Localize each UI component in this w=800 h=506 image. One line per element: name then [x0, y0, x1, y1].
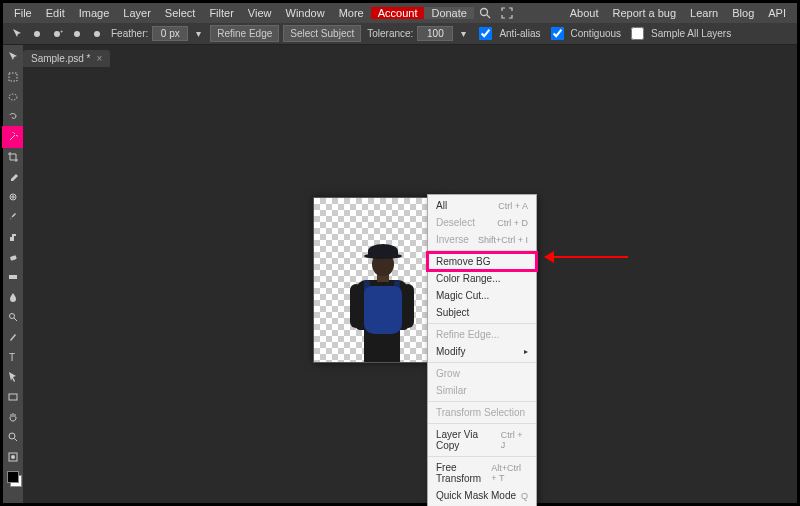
wand-icon[interactable] [29, 26, 45, 42]
tool-quick-mask[interactable] [4, 448, 22, 466]
menu-item-label: All [436, 200, 447, 211]
svg-rect-10 [10, 255, 17, 261]
wand-intersect-icon[interactable] [89, 26, 105, 42]
tolerance-label: Tolerance: [367, 28, 413, 39]
tab-close-icon[interactable]: × [96, 53, 102, 64]
sample-all-label: Sample All Layers [651, 28, 731, 39]
menu-separator [428, 456, 536, 457]
ctx-quick-mask-mode[interactable]: Quick Mask ModeQ [428, 487, 536, 504]
ctx-subject[interactable]: Subject [428, 304, 536, 321]
ctx-layer-via-copy[interactable]: Layer Via CopyCtrl + J [428, 426, 536, 454]
antialias-checkbox[interactable] [479, 27, 492, 40]
contiguous-checkbox[interactable] [551, 27, 564, 40]
tool-move[interactable] [4, 48, 22, 66]
svg-line-13 [14, 318, 17, 321]
ctx-modify[interactable]: Modify▸ [428, 343, 536, 360]
menu-separator [428, 423, 536, 424]
svg-rect-7 [9, 73, 17, 81]
select-subject-button[interactable]: Select Subject [283, 25, 361, 42]
tool-spot-heal[interactable] [4, 188, 22, 206]
tool-hand[interactable] [4, 408, 22, 426]
tool-brush[interactable] [4, 208, 22, 226]
feather-label: Feather: [111, 28, 148, 39]
ctx-similar: Similar [428, 382, 536, 399]
search-icon[interactable] [477, 5, 493, 21]
tool-eraser[interactable] [4, 248, 22, 266]
tool-clone[interactable] [4, 228, 22, 246]
menu-item-label: Quick Mask Mode [436, 490, 516, 501]
menu-select[interactable]: Select [158, 7, 203, 19]
tolerance-input[interactable]: 100 [417, 26, 453, 41]
svg-point-0 [480, 9, 487, 16]
menu-filter[interactable]: Filter [202, 7, 240, 19]
menu-learn[interactable]: Learn [683, 7, 725, 19]
wand-plus-icon[interactable]: + [49, 26, 65, 42]
menu-item-label: Free Transform [436, 462, 491, 484]
fullscreen-icon[interactable] [499, 5, 515, 21]
document-tab-bar: Sample.psd * × [3, 45, 797, 67]
menu-item-label: Magic Cut... [436, 290, 489, 301]
tool-text[interactable]: T [4, 348, 22, 366]
wand-minus-icon[interactable] [69, 26, 85, 42]
menu-edit[interactable]: Edit [39, 7, 72, 19]
svg-point-16 [9, 433, 15, 439]
feather-input[interactable]: 0 px [152, 26, 188, 41]
ctx-deselect: DeselectCtrl + D [428, 214, 536, 231]
contiguous-label: Contiguous [571, 28, 622, 39]
dropdown-icon[interactable]: ▾ [190, 26, 206, 42]
menu-item-label: Refine Edge... [436, 329, 499, 340]
svg-point-12 [10, 314, 15, 319]
ctx-remove-bg[interactable]: Remove BG [428, 253, 536, 270]
svg-point-8 [9, 94, 17, 100]
menu-separator [428, 362, 536, 363]
tool-eyedropper[interactable] [4, 168, 22, 186]
menu-account[interactable]: Account [371, 7, 425, 19]
svg-line-17 [15, 439, 18, 442]
tool-pen[interactable] [4, 328, 22, 346]
menu-blog[interactable]: Blog [725, 7, 761, 19]
refine-edge-button[interactable]: Refine Edge [210, 25, 279, 42]
ctx-all[interactable]: AllCtrl + A [428, 197, 536, 214]
menu-item-label: Deselect [436, 217, 475, 228]
tool-path-select[interactable] [4, 368, 22, 386]
dropdown-icon[interactable]: ▾ [455, 26, 471, 42]
tool-ellipse-select[interactable] [4, 88, 22, 106]
menu-more[interactable]: More [332, 7, 371, 19]
menu-layer[interactable]: Layer [116, 7, 158, 19]
menu-donate[interactable]: Donate [424, 7, 473, 19]
tool-zoom[interactable] [4, 428, 22, 446]
svg-point-19 [11, 455, 15, 459]
menu-shortcut: Ctrl + J [501, 430, 528, 450]
sample-all-checkbox[interactable] [631, 27, 644, 40]
tool-magic-wand[interactable] [4, 128, 22, 146]
tool-rect-select[interactable] [4, 68, 22, 86]
ctx-free-transform[interactable]: Free TransformAlt+Ctrl + T [428, 459, 536, 487]
menu-bar: File Edit Image Layer Select Filter View… [3, 3, 797, 23]
foreground-color-swatch[interactable] [7, 471, 19, 483]
options-bar: + Feather: 0 px ▾ Refine Edge Select Sub… [3, 23, 797, 45]
menu-item-label: Remove BG [436, 256, 490, 267]
tool-gradient[interactable] [4, 268, 22, 286]
tool-crop[interactable] [4, 148, 22, 166]
menu-about[interactable]: About [563, 7, 606, 19]
tool-dodge[interactable] [4, 308, 22, 326]
menu-view[interactable]: View [241, 7, 279, 19]
document-tab[interactable]: Sample.psd * × [23, 50, 110, 67]
menu-shortcut: Q [521, 491, 528, 501]
menu-image[interactable]: Image [72, 7, 117, 19]
antialias-label: Anti-alias [499, 28, 540, 39]
ctx-magic-cut[interactable]: Magic Cut... [428, 287, 536, 304]
tool-rectangle[interactable] [4, 388, 22, 406]
menu-file[interactable]: File [7, 7, 39, 19]
menu-report-bug[interactable]: Report a bug [605, 7, 683, 19]
menu-window[interactable]: Window [279, 7, 332, 19]
ctx-color-range[interactable]: Color Range... [428, 270, 536, 287]
context-menu: AllCtrl + ADeselectCtrl + DInverseShift+… [427, 194, 537, 506]
menu-api[interactable]: API [761, 7, 793, 19]
tool-lasso[interactable] [4, 108, 22, 126]
tool-blur[interactable] [4, 288, 22, 306]
svg-text:T: T [9, 352, 15, 363]
menu-item-label: Inverse [436, 234, 469, 245]
move-tool-icon[interactable] [9, 26, 25, 42]
ctx-inverse: InverseShift+Ctrl + I [428, 231, 536, 248]
